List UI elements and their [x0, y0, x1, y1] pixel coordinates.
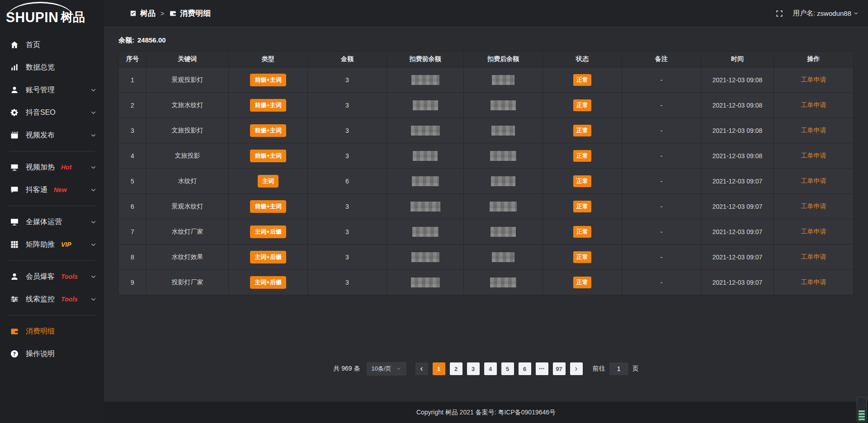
- cell-action: 工单申请: [774, 219, 854, 244]
- column-header: 类型: [229, 52, 308, 67]
- chevron-down-icon: [90, 219, 97, 226]
- breadcrumb: 树品 > 消费明细: [129, 8, 211, 19]
- censored-value: [412, 227, 439, 237]
- cell-remark: -: [622, 143, 701, 169]
- grid-icon: [10, 240, 19, 249]
- balance: 余额:24856.00: [118, 36, 854, 45]
- cell-type: 前缀+主词: [229, 67, 308, 93]
- cell-index: 7: [119, 219, 146, 244]
- work-order-link[interactable]: 工单申请: [801, 76, 826, 83]
- chevron-down-icon: [396, 366, 401, 371]
- censored-value: [490, 277, 516, 287]
- sidebar-item-11[interactable]: 消费明细: [0, 320, 104, 343]
- censored-value: [411, 252, 439, 262]
- cell-time: 2021-12-03 09:07: [701, 244, 774, 270]
- work-order-link[interactable]: 工单申请: [801, 101, 826, 108]
- status-badge: 正常: [573, 277, 591, 288]
- footer: Copyright 树品 2021 备案号: 粤ICP备09019646号: [104, 402, 868, 423]
- censored-value: [491, 126, 515, 136]
- work-order-link[interactable]: 工单申请: [801, 202, 826, 210]
- cell-time: 2021-12-03 09:08: [701, 118, 774, 143]
- breadcrumb-item-home[interactable]: 树品: [129, 8, 156, 19]
- gear-icon: [10, 108, 19, 117]
- table-header-row: 序号关键词类型金额扣费前余额扣费后余额状态备注时间操作: [119, 52, 854, 67]
- cell-remark: -: [622, 219, 701, 244]
- content: 余额:24856.00 序号关键词类型金额扣费前余额扣费后余额状态备注时间操作 …: [104, 27, 868, 402]
- page-button-4[interactable]: 4: [484, 362, 497, 375]
- status-badge: 正常: [573, 99, 591, 111]
- cell-action: 工单申请: [774, 169, 854, 194]
- sidebar-item-6[interactable]: 抖客通New: [0, 179, 104, 201]
- work-order-link[interactable]: 工单申请: [801, 253, 826, 260]
- censored-value: [491, 176, 515, 186]
- sidebar-item-2[interactable]: 账号管理: [0, 79, 104, 101]
- cell-keyword: 文旅水纹灯: [146, 93, 229, 118]
- widget-bar: [859, 418, 865, 420]
- cell-amount: 3: [308, 67, 387, 93]
- cell-type: 主词+后缀: [229, 244, 308, 270]
- next-page-button[interactable]: [570, 362, 583, 375]
- user-menu[interactable]: 用户名: zswodun88: [793, 9, 859, 18]
- username-label: 用户名:: [793, 9, 815, 18]
- work-order-link[interactable]: 工单申请: [801, 278, 826, 286]
- status-badge: 正常: [573, 175, 591, 187]
- censored-value: [413, 151, 438, 161]
- chevron-down-icon: [90, 187, 97, 193]
- cell-time: 2021-12-03 09:07: [701, 270, 774, 295]
- sidebar-item-8[interactable]: 矩阵助推VIP: [0, 233, 104, 256]
- page-button-2[interactable]: 2: [450, 362, 462, 375]
- cell-status: 正常: [543, 67, 622, 93]
- breadcrumb-item-current[interactable]: 消费明细: [169, 8, 211, 19]
- consumption-table: 序号关键词类型金额扣费前余额扣费后余额状态备注时间操作 1景观投影灯前缀+主词3…: [118, 51, 854, 295]
- page-button-5[interactable]: 5: [501, 362, 514, 375]
- sidebar-item-1[interactable]: 数据总览: [0, 56, 104, 79]
- page-button-6[interactable]: 6: [519, 362, 531, 375]
- page-size-select[interactable]: 10条/页: [367, 362, 406, 376]
- cell-type: 前缀+主词: [229, 93, 308, 118]
- sidebar-item-9[interactable]: 会员爆客Tools: [0, 265, 104, 288]
- sidebar-item-3[interactable]: 抖音SEO: [0, 101, 104, 124]
- table-row: 9投影灯厂家主词+后缀3正常-2021-12-03 09:07工单申请: [119, 270, 854, 295]
- pagination: 共 969 条 10条/页 123456•••97 前往 页: [118, 362, 854, 376]
- sliders-icon: [10, 295, 19, 304]
- cell-keyword: 水纹灯厂家: [146, 219, 229, 244]
- work-order-link[interactable]: 工单申请: [801, 152, 826, 159]
- sidebar-item-10[interactable]: 线索监控Tools: [0, 288, 104, 310]
- work-order-link[interactable]: 工单申请: [801, 177, 826, 184]
- cell-balance-after: [464, 194, 543, 219]
- table-row: 5水纹灯主词6正常-2021-12-03 09:07工单申请: [119, 169, 854, 194]
- work-order-link[interactable]: 工单申请: [801, 228, 826, 235]
- screen-icon: [10, 163, 19, 172]
- goto-page-input[interactable]: [609, 362, 628, 375]
- sidebar-item-badge: VIP: [61, 241, 71, 248]
- cell-action: 工单申请: [774, 244, 854, 270]
- widget-bar: [859, 410, 865, 412]
- censored-value: [412, 176, 439, 186]
- browser-extension-widget[interactable]: [857, 397, 867, 422]
- page-button-97[interactable]: 97: [553, 362, 566, 375]
- page-button-3[interactable]: 3: [467, 362, 480, 375]
- table-row: 6景观水纹灯前缀+主词3正常-2021-12-03 09:07工单申请: [119, 194, 854, 219]
- status-badge: 正常: [573, 201, 591, 212]
- sidebar-item-label: 抖音SEO: [26, 108, 56, 118]
- page-ellipsis-button[interactable]: •••: [536, 362, 548, 375]
- logo-text-cn: 树品: [61, 9, 85, 25]
- status-badge: 正常: [573, 74, 591, 86]
- sidebar-item-5[interactable]: 视频加热Hot: [0, 156, 104, 179]
- work-order-link[interactable]: 工单申请: [801, 127, 826, 134]
- breadcrumb-label: 树品: [140, 8, 156, 19]
- page-button-1[interactable]: 1: [433, 362, 445, 375]
- fullscreen-icon[interactable]: [775, 9, 784, 18]
- sidebar-item-0[interactable]: 首页: [0, 33, 104, 56]
- prev-page-button[interactable]: [415, 362, 428, 375]
- status-badge: 正常: [573, 150, 591, 162]
- cell-remark: -: [622, 93, 701, 118]
- cell-balance-before: [387, 244, 464, 270]
- sidebar-item-4[interactable]: 视频发布: [0, 124, 104, 146]
- sidebar-item-7[interactable]: 全媒体运营: [0, 211, 104, 233]
- sidebar-item-12[interactable]: ?操作说明: [0, 343, 104, 365]
- cell-balance-before: [387, 169, 464, 194]
- cell-amount: 3: [308, 93, 387, 118]
- cell-amount: 3: [308, 219, 387, 244]
- type-badge: 主词+后缀: [250, 251, 286, 263]
